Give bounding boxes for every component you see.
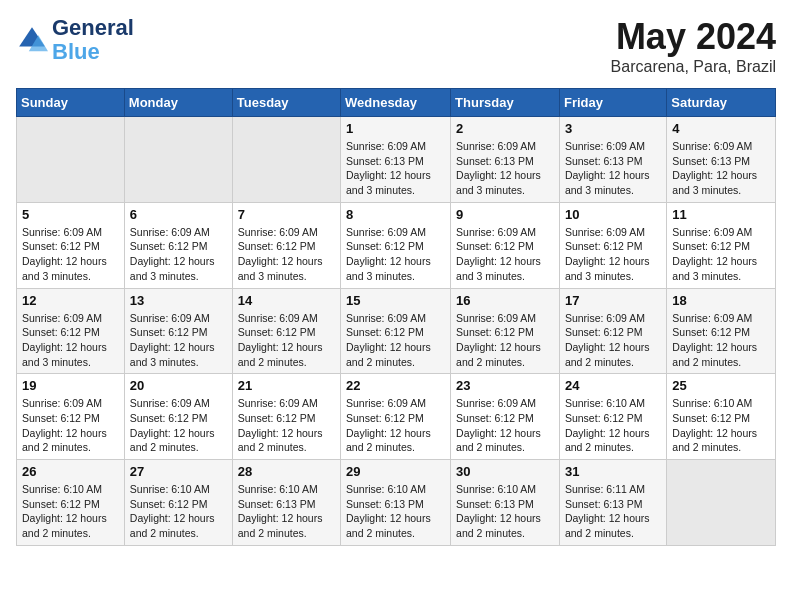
logo-icon [16, 24, 48, 56]
calendar-cell: 21Sunrise: 6:09 AM Sunset: 6:12 PM Dayli… [232, 374, 340, 460]
day-info: Sunrise: 6:09 AM Sunset: 6:12 PM Dayligh… [238, 225, 335, 284]
calendar-cell [17, 117, 125, 203]
calendar-cell: 26Sunrise: 6:10 AM Sunset: 6:12 PM Dayli… [17, 460, 125, 546]
day-info: Sunrise: 6:09 AM Sunset: 6:12 PM Dayligh… [565, 225, 661, 284]
logo-text: GeneralBlue [52, 16, 134, 64]
day-info: Sunrise: 6:09 AM Sunset: 6:12 PM Dayligh… [130, 225, 227, 284]
day-number: 27 [130, 464, 227, 479]
calendar-cell [667, 460, 776, 546]
calendar-cell: 13Sunrise: 6:09 AM Sunset: 6:12 PM Dayli… [124, 288, 232, 374]
day-number: 7 [238, 207, 335, 222]
weekday-header-friday: Friday [559, 89, 666, 117]
week-row-1: 1Sunrise: 6:09 AM Sunset: 6:13 PM Daylig… [17, 117, 776, 203]
weekday-header-wednesday: Wednesday [341, 89, 451, 117]
calendar-table: SundayMondayTuesdayWednesdayThursdayFrid… [16, 88, 776, 546]
day-info: Sunrise: 6:09 AM Sunset: 6:13 PM Dayligh… [672, 139, 770, 198]
calendar-cell: 15Sunrise: 6:09 AM Sunset: 6:12 PM Dayli… [341, 288, 451, 374]
day-info: Sunrise: 6:09 AM Sunset: 6:12 PM Dayligh… [238, 311, 335, 370]
day-info: Sunrise: 6:09 AM Sunset: 6:12 PM Dayligh… [346, 311, 445, 370]
month-year: May 2024 [611, 16, 776, 58]
calendar-cell: 3Sunrise: 6:09 AM Sunset: 6:13 PM Daylig… [559, 117, 666, 203]
day-number: 26 [22, 464, 119, 479]
calendar-cell: 10Sunrise: 6:09 AM Sunset: 6:12 PM Dayli… [559, 202, 666, 288]
calendar-cell [124, 117, 232, 203]
calendar-cell [232, 117, 340, 203]
day-info: Sunrise: 6:10 AM Sunset: 6:12 PM Dayligh… [130, 482, 227, 541]
calendar-cell: 17Sunrise: 6:09 AM Sunset: 6:12 PM Dayli… [559, 288, 666, 374]
day-info: Sunrise: 6:09 AM Sunset: 6:12 PM Dayligh… [456, 311, 554, 370]
calendar-cell: 8Sunrise: 6:09 AM Sunset: 6:12 PM Daylig… [341, 202, 451, 288]
calendar-cell: 23Sunrise: 6:09 AM Sunset: 6:12 PM Dayli… [451, 374, 560, 460]
day-number: 11 [672, 207, 770, 222]
weekday-header-tuesday: Tuesday [232, 89, 340, 117]
calendar-cell: 25Sunrise: 6:10 AM Sunset: 6:12 PM Dayli… [667, 374, 776, 460]
week-row-5: 26Sunrise: 6:10 AM Sunset: 6:12 PM Dayli… [17, 460, 776, 546]
weekday-header-monday: Monday [124, 89, 232, 117]
page-header: GeneralBlue May 2024 Barcarena, Para, Br… [16, 16, 776, 76]
day-number: 19 [22, 378, 119, 393]
day-info: Sunrise: 6:10 AM Sunset: 6:13 PM Dayligh… [456, 482, 554, 541]
day-info: Sunrise: 6:09 AM Sunset: 6:12 PM Dayligh… [346, 225, 445, 284]
calendar-cell: 1Sunrise: 6:09 AM Sunset: 6:13 PM Daylig… [341, 117, 451, 203]
day-number: 22 [346, 378, 445, 393]
calendar-cell: 5Sunrise: 6:09 AM Sunset: 6:12 PM Daylig… [17, 202, 125, 288]
day-info: Sunrise: 6:09 AM Sunset: 6:12 PM Dayligh… [346, 396, 445, 455]
day-number: 16 [456, 293, 554, 308]
day-info: Sunrise: 6:09 AM Sunset: 6:12 PM Dayligh… [22, 225, 119, 284]
week-row-4: 19Sunrise: 6:09 AM Sunset: 6:12 PM Dayli… [17, 374, 776, 460]
day-info: Sunrise: 6:10 AM Sunset: 6:12 PM Dayligh… [565, 396, 661, 455]
week-row-3: 12Sunrise: 6:09 AM Sunset: 6:12 PM Dayli… [17, 288, 776, 374]
day-number: 9 [456, 207, 554, 222]
calendar-cell: 12Sunrise: 6:09 AM Sunset: 6:12 PM Dayli… [17, 288, 125, 374]
calendar-cell: 24Sunrise: 6:10 AM Sunset: 6:12 PM Dayli… [559, 374, 666, 460]
day-number: 25 [672, 378, 770, 393]
day-info: Sunrise: 6:09 AM Sunset: 6:12 PM Dayligh… [456, 396, 554, 455]
day-info: Sunrise: 6:09 AM Sunset: 6:12 PM Dayligh… [565, 311, 661, 370]
day-info: Sunrise: 6:09 AM Sunset: 6:12 PM Dayligh… [130, 311, 227, 370]
weekday-header-sunday: Sunday [17, 89, 125, 117]
day-number: 21 [238, 378, 335, 393]
calendar-cell: 16Sunrise: 6:09 AM Sunset: 6:12 PM Dayli… [451, 288, 560, 374]
calendar-cell: 28Sunrise: 6:10 AM Sunset: 6:13 PM Dayli… [232, 460, 340, 546]
day-number: 23 [456, 378, 554, 393]
week-row-2: 5Sunrise: 6:09 AM Sunset: 6:12 PM Daylig… [17, 202, 776, 288]
day-number: 20 [130, 378, 227, 393]
calendar-body: 1Sunrise: 6:09 AM Sunset: 6:13 PM Daylig… [17, 117, 776, 546]
day-number: 14 [238, 293, 335, 308]
logo: GeneralBlue [16, 16, 134, 64]
calendar-cell: 6Sunrise: 6:09 AM Sunset: 6:12 PM Daylig… [124, 202, 232, 288]
calendar-cell: 29Sunrise: 6:10 AM Sunset: 6:13 PM Dayli… [341, 460, 451, 546]
day-number: 15 [346, 293, 445, 308]
calendar-cell: 11Sunrise: 6:09 AM Sunset: 6:12 PM Dayli… [667, 202, 776, 288]
calendar-cell: 2Sunrise: 6:09 AM Sunset: 6:13 PM Daylig… [451, 117, 560, 203]
weekday-header-saturday: Saturday [667, 89, 776, 117]
day-info: Sunrise: 6:09 AM Sunset: 6:13 PM Dayligh… [346, 139, 445, 198]
day-number: 28 [238, 464, 335, 479]
day-number: 18 [672, 293, 770, 308]
calendar-cell: 30Sunrise: 6:10 AM Sunset: 6:13 PM Dayli… [451, 460, 560, 546]
day-info: Sunrise: 6:10 AM Sunset: 6:12 PM Dayligh… [672, 396, 770, 455]
day-info: Sunrise: 6:09 AM Sunset: 6:12 PM Dayligh… [22, 311, 119, 370]
day-info: Sunrise: 6:09 AM Sunset: 6:12 PM Dayligh… [456, 225, 554, 284]
weekday-header-row: SundayMondayTuesdayWednesdayThursdayFrid… [17, 89, 776, 117]
day-info: Sunrise: 6:09 AM Sunset: 6:12 PM Dayligh… [130, 396, 227, 455]
calendar-cell: 31Sunrise: 6:11 AM Sunset: 6:13 PM Dayli… [559, 460, 666, 546]
day-number: 3 [565, 121, 661, 136]
calendar-cell: 18Sunrise: 6:09 AM Sunset: 6:12 PM Dayli… [667, 288, 776, 374]
calendar-cell: 9Sunrise: 6:09 AM Sunset: 6:12 PM Daylig… [451, 202, 560, 288]
day-info: Sunrise: 6:09 AM Sunset: 6:12 PM Dayligh… [672, 311, 770, 370]
calendar-cell: 19Sunrise: 6:09 AM Sunset: 6:12 PM Dayli… [17, 374, 125, 460]
day-number: 8 [346, 207, 445, 222]
day-info: Sunrise: 6:09 AM Sunset: 6:12 PM Dayligh… [22, 396, 119, 455]
calendar-cell: 22Sunrise: 6:09 AM Sunset: 6:12 PM Dayli… [341, 374, 451, 460]
title-block: May 2024 Barcarena, Para, Brazil [611, 16, 776, 76]
calendar-cell: 20Sunrise: 6:09 AM Sunset: 6:12 PM Dayli… [124, 374, 232, 460]
location: Barcarena, Para, Brazil [611, 58, 776, 76]
day-number: 29 [346, 464, 445, 479]
day-info: Sunrise: 6:10 AM Sunset: 6:13 PM Dayligh… [238, 482, 335, 541]
day-number: 1 [346, 121, 445, 136]
calendar-cell: 4Sunrise: 6:09 AM Sunset: 6:13 PM Daylig… [667, 117, 776, 203]
day-number: 13 [130, 293, 227, 308]
calendar-cell: 14Sunrise: 6:09 AM Sunset: 6:12 PM Dayli… [232, 288, 340, 374]
day-number: 6 [130, 207, 227, 222]
